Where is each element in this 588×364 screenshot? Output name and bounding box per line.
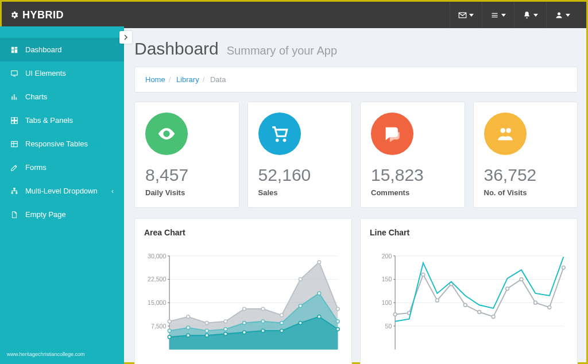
topbar-user[interactable] [546, 2, 578, 28]
stat-card: 36,752No. of Visits [473, 102, 578, 208]
svg-point-34 [187, 326, 190, 330]
line-chart-panel: Line Chart 50100150200 [360, 218, 578, 364]
topbar-mail[interactable] [450, 2, 482, 28]
breadcrumb-item: Data [210, 75, 226, 84]
sidebar-item-ui-elements[interactable]: UI Elements [0, 61, 124, 85]
svg-point-50 [299, 322, 302, 325]
svg-text:100: 100 [382, 299, 392, 306]
svg-point-41 [318, 292, 321, 295]
svg-rect-1 [11, 71, 18, 75]
svg-point-78 [562, 266, 565, 269]
main-content: Dashboard Summary of your App Home/ Libr… [124, 26, 588, 364]
stat-value: 36,752 [484, 165, 567, 185]
stat-value: 8,457 [145, 165, 229, 185]
gear-icon [10, 10, 19, 20]
screen-icon [10, 69, 18, 78]
svg-text:7,500: 7,500 [151, 323, 166, 330]
breadcrumb: Home/ Library/ Data [134, 67, 578, 92]
sidebar-nav: DashboardUI ElementsChartsTabs & PanelsR… [0, 26, 124, 226]
cart-icon [270, 124, 289, 144]
svg-point-39 [280, 322, 284, 325]
stat-icon-circle [145, 113, 188, 155]
svg-point-33 [168, 329, 171, 332]
chart-title: Line Chart [370, 228, 568, 237]
brand[interactable]: HYBRID [10, 9, 64, 21]
svg-point-25 [205, 322, 208, 325]
svg-point-42 [336, 320, 339, 323]
stat-icon-circle [371, 113, 413, 155]
svg-point-44 [187, 334, 190, 337]
caret-down-icon [469, 14, 474, 17]
svg-point-7 [283, 139, 286, 142]
sidebar-item-label: Tabs & Panels [25, 116, 73, 125]
svg-rect-3 [13, 188, 16, 189]
topbar-tasks[interactable] [482, 2, 514, 28]
sidebar-item-label: Multi-Level Dropdown [25, 187, 98, 195]
stat-label: Comments [371, 188, 454, 197]
svg-point-48 [261, 329, 265, 332]
table-icon [10, 140, 18, 148]
svg-point-73 [492, 315, 495, 319]
stat-value: 52,160 [258, 165, 342, 185]
svg-point-38 [261, 320, 265, 323]
stat-label: Sales [258, 188, 342, 197]
list-icon [490, 11, 499, 20]
sidebar-item-empty-page[interactable]: Empty Page [0, 203, 124, 226]
stat-icon-circle [258, 113, 301, 155]
page-title: Dashboard [134, 39, 219, 59]
svg-text:22,500: 22,500 [148, 276, 166, 282]
stat-card: 52,160Sales [247, 102, 353, 208]
sidebar-item-label: Responsive Tables [25, 140, 88, 148]
line-chart: 50100150200 [370, 245, 568, 364]
topbar-alerts[interactable] [514, 2, 546, 28]
sidebar-item-charts[interactable]: Charts [0, 85, 124, 109]
sidebar-item-label: Dashboard [25, 45, 62, 54]
svg-rect-5 [16, 192, 17, 193]
svg-point-27 [243, 307, 246, 311]
breadcrumb-item[interactable]: Home [145, 75, 165, 84]
page-subtitle: Summary of your App [227, 44, 337, 57]
svg-text:15,000: 15,000 [148, 299, 166, 306]
sidebar-item-forms[interactable]: Forms [0, 156, 124, 179]
svg-point-51 [318, 315, 321, 319]
svg-point-77 [548, 305, 551, 309]
file-icon [10, 211, 18, 219]
svg-point-71 [463, 303, 467, 307]
svg-point-35 [205, 329, 208, 332]
chevron-left-icon: ‹ [111, 187, 114, 195]
chart-row: Area Chart 7,50015,00022,50030,000 Line … [134, 218, 578, 364]
sidebar-item-dashboard[interactable]: Dashboard [0, 38, 124, 61]
svg-rect-2 [11, 141, 18, 146]
caret-down-icon [501, 14, 506, 17]
breadcrumb-item[interactable]: Library [176, 75, 199, 84]
sidebar-item-responsive-tables[interactable]: Responsive Tables [0, 132, 124, 156]
svg-point-26 [224, 320, 227, 323]
svg-point-32 [336, 307, 339, 311]
eye-icon [157, 124, 176, 144]
sidebar-item-label: Empty Page [25, 210, 66, 219]
bell-icon [523, 11, 531, 20]
sidebar-item-tabs-panels[interactable]: Tabs & Panels [0, 109, 124, 132]
svg-point-47 [243, 331, 246, 334]
users-icon [496, 124, 515, 144]
svg-point-40 [299, 304, 302, 308]
caret-down-icon [533, 14, 538, 17]
svg-point-43 [168, 335, 171, 339]
bar-icon [10, 93, 18, 101]
svg-point-30 [299, 278, 302, 281]
edit-icon [10, 164, 18, 172]
stat-value: 15,823 [371, 165, 454, 185]
brand-text: HYBRID [22, 9, 64, 21]
svg-point-23 [168, 320, 171, 323]
svg-point-75 [520, 278, 523, 281]
grid-icon [10, 117, 18, 125]
sidebar-item-multi-level-dropdown[interactable]: Multi-Level Dropdown‹ [0, 179, 124, 203]
stat-label: Daily Visits [145, 188, 229, 197]
svg-rect-4 [11, 192, 13, 193]
svg-point-28 [261, 307, 265, 311]
svg-point-68 [421, 273, 425, 276]
svg-point-49 [280, 329, 284, 332]
svg-point-76 [534, 301, 537, 304]
svg-point-72 [478, 311, 481, 314]
svg-point-74 [506, 287, 509, 291]
